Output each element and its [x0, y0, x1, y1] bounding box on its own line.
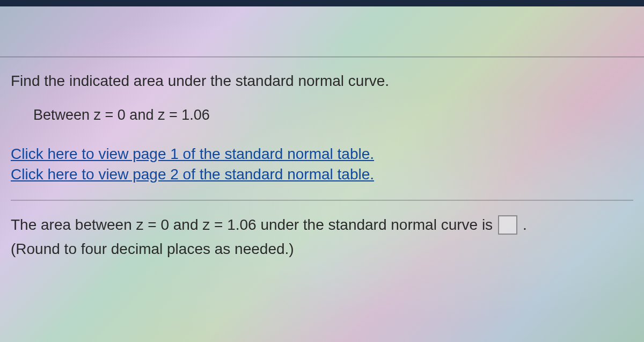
question-title: Find the indicated area under the standa…	[11, 72, 633, 90]
question-condition: Between z = 0 and z = 1.06	[33, 107, 633, 123]
question-content: Find the indicated area under the standa…	[0, 57, 644, 268]
header-space	[0, 6, 644, 57]
link-table-page-2[interactable]: Click here to view page 2 of the standar…	[11, 164, 633, 185]
answer-suffix: .	[523, 214, 527, 236]
link-table-page-1[interactable]: Click here to view page 1 of the standar…	[11, 144, 633, 164]
window-top-bar	[0, 0, 644, 6]
answer-input[interactable]	[498, 215, 517, 235]
section-divider	[11, 200, 633, 201]
rounding-instruction: (Round to four decimal places as needed.…	[11, 241, 633, 258]
answer-statement: The area between z = 0 and z = 1.06 unde…	[11, 214, 633, 236]
answer-prefix: The area between z = 0 and z = 1.06 unde…	[11, 214, 493, 236]
